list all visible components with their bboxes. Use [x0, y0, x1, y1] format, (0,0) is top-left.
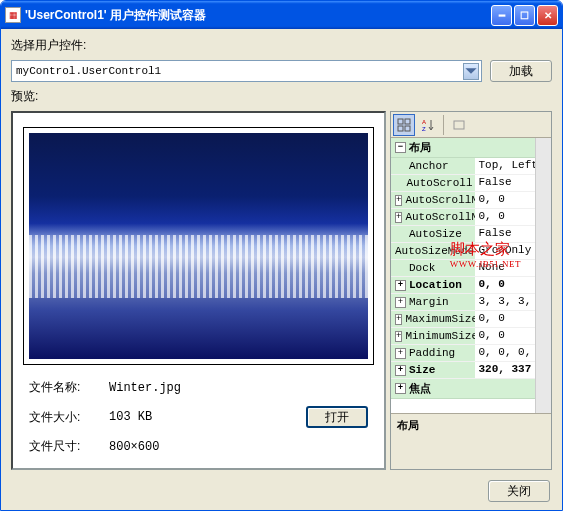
close-button[interactable]: 关闭 — [488, 480, 550, 502]
load-button[interactable]: 加载 — [490, 60, 552, 82]
description-title: 布局 — [397, 419, 419, 431]
select-control-label: 选择用户控件: — [11, 37, 552, 54]
file-size-label: 文件大小: — [29, 409, 109, 426]
svg-text:Z: Z — [422, 126, 426, 132]
property-row[interactable]: +MinimumSize0, 0 — [391, 328, 535, 345]
expand-icon[interactable]: + — [395, 212, 402, 223]
property-row[interactable]: +AutoScrollMargin0, 0 — [391, 192, 535, 209]
close-window-button[interactable]: ✕ — [537, 5, 558, 26]
combobox-value: myControl.UserControl1 — [16, 65, 463, 77]
property-value[interactable]: GrowOnly — [475, 243, 535, 259]
combobox-dropdown-button[interactable] — [463, 63, 479, 80]
preview-image — [29, 133, 368, 359]
property-value[interactable]: False — [475, 226, 535, 242]
property-name: +Padding — [391, 345, 475, 361]
window-title: 'UserControl1' 用户控件测试容器 — [25, 7, 491, 24]
property-name: AutoSizeMode — [391, 243, 475, 259]
expand-icon[interactable]: + — [395, 280, 406, 291]
svg-rect-2 — [398, 126, 403, 131]
expand-icon[interactable]: + — [395, 365, 406, 376]
property-value[interactable]: 0, 0 — [475, 192, 535, 208]
property-grid[interactable]: 脚本之家 WWW.JB51.NET −布局AnchorTop, LeftAuto… — [391, 138, 535, 413]
category-label: 焦点 — [409, 381, 431, 396]
svg-rect-1 — [405, 119, 410, 124]
property-category[interactable]: −布局 — [391, 138, 535, 158]
property-row[interactable]: +Location0, 0 — [391, 277, 535, 294]
control-select-row: myControl.UserControl1 加载 — [11, 60, 552, 82]
property-value[interactable]: Top, Left — [475, 158, 535, 174]
main-window: ▦ 'UserControl1' 用户控件测试容器 ━ ☐ ✕ 选择用户控件: … — [0, 0, 563, 511]
svg-text:A: A — [422, 119, 426, 125]
property-name: Anchor — [391, 158, 475, 174]
file-dim-value: 800×600 — [109, 440, 306, 454]
property-row[interactable]: AutoScrollFalse — [391, 175, 535, 192]
property-row[interactable]: +Padding0, 0, 0, 0 — [391, 345, 535, 362]
property-name: +AutoScrollMargin — [391, 192, 475, 208]
toolbar-separator — [443, 115, 444, 135]
property-name: +Margin — [391, 294, 475, 310]
client-area: 选择用户控件: myControl.UserControl1 加载 预览: 文件… — [1, 29, 562, 510]
property-value[interactable]: 0, 0, 0, 0 — [475, 345, 535, 361]
property-name: +MinimumSize — [391, 328, 475, 344]
property-name: +Size — [391, 362, 475, 378]
property-value[interactable]: 320, 337 — [475, 362, 535, 378]
property-value[interactable]: 0, 0 — [475, 311, 535, 327]
property-description: 布局 — [391, 413, 551, 469]
preview-label: 预览: — [11, 88, 552, 105]
property-grid-panel: AZ 脚本之家 WWW.JB51.NET −布局AnchorTop, LeftA… — [390, 111, 552, 470]
file-name-label: 文件名称: — [29, 379, 109, 396]
file-info-grid: 文件名称: Winter.jpg 文件大小: 103 KB 打开 文件尺寸: 8… — [23, 379, 374, 455]
app-icon: ▦ — [5, 7, 21, 23]
expand-icon[interactable]: + — [395, 331, 402, 342]
property-row[interactable]: +AutoScrollMinSize0, 0 — [391, 209, 535, 226]
property-value[interactable]: 0, 0 — [475, 328, 535, 344]
collapse-icon[interactable]: − — [395, 142, 406, 153]
expand-icon[interactable]: + — [395, 383, 406, 394]
property-category[interactable]: +焦点 — [391, 379, 535, 399]
property-value[interactable]: False — [475, 175, 535, 191]
property-row[interactable]: AutoSizeModeGrowOnly — [391, 243, 535, 260]
property-name: +Location — [391, 277, 475, 293]
image-container — [23, 127, 374, 365]
property-row[interactable]: +Size320, 337 — [391, 362, 535, 379]
property-row[interactable]: AutoSizeFalse — [391, 226, 535, 243]
minimize-button[interactable]: ━ — [491, 5, 512, 26]
expand-icon[interactable]: + — [395, 348, 406, 359]
property-row[interactable]: +MaximumSize0, 0 — [391, 311, 535, 328]
svg-rect-0 — [398, 119, 403, 124]
expand-icon[interactable]: + — [395, 195, 402, 206]
property-value[interactable]: 0, 0 — [475, 209, 535, 225]
property-name: +MaximumSize — [391, 311, 475, 327]
file-size-value: 103 KB — [109, 410, 306, 424]
chevron-down-icon — [464, 64, 478, 78]
alphabetical-button[interactable]: AZ — [417, 114, 439, 136]
categorized-button[interactable] — [393, 114, 415, 136]
control-combobox[interactable]: myControl.UserControl1 — [11, 60, 482, 82]
svg-rect-6 — [454, 121, 464, 129]
categorized-icon — [397, 118, 411, 132]
property-name: AutoScroll — [391, 175, 475, 191]
main-split: 文件名称: Winter.jpg 文件大小: 103 KB 打开 文件尺寸: 8… — [11, 111, 552, 470]
property-name: AutoSize — [391, 226, 475, 242]
property-value[interactable]: 3, 3, 3, 3 — [475, 294, 535, 310]
category-label: 布局 — [409, 140, 431, 155]
maximize-button[interactable]: ☐ — [514, 5, 535, 26]
property-value[interactable]: 0, 0 — [475, 277, 535, 293]
titlebar[interactable]: ▦ 'UserControl1' 用户控件测试容器 ━ ☐ ✕ — [1, 1, 562, 29]
property-name: +AutoScrollMinSize — [391, 209, 475, 225]
property-value[interactable]: None — [475, 260, 535, 276]
property-row[interactable]: AnchorTop, Left — [391, 158, 535, 175]
bottom-bar: 关闭 — [11, 476, 552, 502]
property-row[interactable]: DockNone — [391, 260, 535, 277]
expand-icon[interactable]: + — [395, 297, 406, 308]
open-button[interactable]: 打开 — [306, 406, 368, 428]
preview-panel: 文件名称: Winter.jpg 文件大小: 103 KB 打开 文件尺寸: 8… — [11, 111, 386, 470]
property-name: Dock — [391, 260, 475, 276]
expand-icon[interactable]: + — [395, 314, 402, 325]
pages-icon — [452, 118, 466, 132]
property-row[interactable]: +Margin3, 3, 3, 3 — [391, 294, 535, 311]
property-toolbar: AZ — [391, 112, 551, 138]
property-pages-button[interactable] — [448, 114, 470, 136]
vertical-scrollbar[interactable] — [535, 138, 551, 413]
file-name-value: Winter.jpg — [109, 381, 306, 395]
